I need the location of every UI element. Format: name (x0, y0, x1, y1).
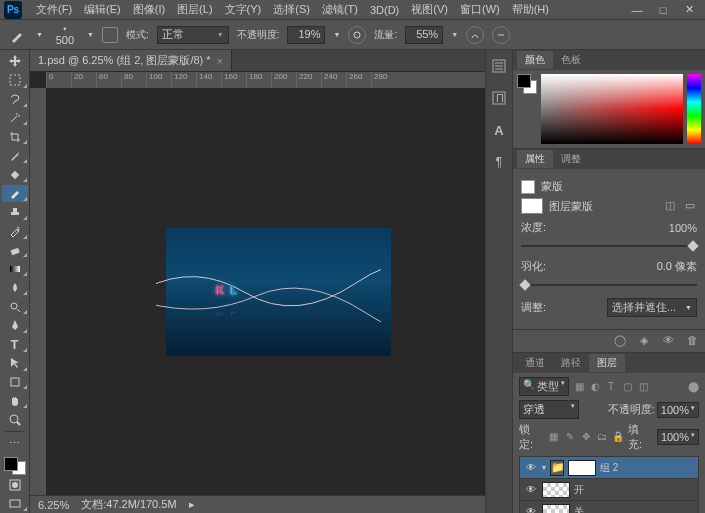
color-spectrum[interactable] (541, 74, 683, 144)
color-swatch[interactable] (4, 457, 26, 476)
menu-file[interactable]: 文件(F) (30, 0, 78, 19)
hue-strip[interactable] (687, 74, 701, 144)
menu-help[interactable]: 帮助(H) (506, 0, 555, 19)
layer-row[interactable]: 👁▾ 📁 组 2 (520, 457, 698, 479)
window-close[interactable]: ✕ (677, 2, 701, 18)
type-tool[interactable]: T (2, 336, 28, 353)
pressure-opacity-icon[interactable] (348, 26, 366, 44)
zoom-level[interactable]: 6.25% (38, 499, 69, 511)
filter-type-icon[interactable]: T (605, 381, 617, 393)
layer-thumb[interactable] (542, 482, 570, 498)
blend-mode-dropdown[interactable]: 穿透▾ (519, 400, 579, 419)
menu-view[interactable]: 视图(V) (405, 0, 454, 19)
layer-fill[interactable]: 100%▾ (657, 429, 699, 445)
screenmode-tool[interactable] (2, 495, 28, 512)
pixel-mask-icon[interactable]: ◫ (663, 199, 677, 213)
layer-row[interactable]: 👁 开 (520, 479, 698, 501)
canvas[interactable]: KL KL (46, 88, 485, 495)
flow-value[interactable]: 55% (405, 26, 443, 44)
chevron-down-icon[interactable]: ▼ (36, 31, 43, 38)
shape-tool[interactable] (2, 374, 28, 391)
layer-row[interactable]: 👁 关 (520, 501, 698, 513)
quickmask-tool[interactable] (2, 476, 28, 493)
wand-tool[interactable] (2, 110, 28, 127)
tab-properties[interactable]: 属性 (517, 150, 553, 168)
tab-paths[interactable]: 路径 (553, 354, 589, 372)
layer-name[interactable]: 开 (574, 483, 584, 497)
lasso-tool[interactable] (2, 91, 28, 108)
eyedropper-tool[interactable] (2, 147, 28, 164)
apply-mask-icon[interactable]: ◈ (637, 334, 651, 348)
window-maximize[interactable]: □ (651, 2, 675, 18)
hand-tool[interactable] (2, 392, 28, 409)
filter-toggle-icon[interactable]: ⬤ (687, 381, 699, 393)
feather-value[interactable]: 0.0 像素 (657, 259, 697, 274)
visibility-icon[interactable]: 👁 (524, 462, 538, 473)
history-brush-tool[interactable] (2, 223, 28, 240)
feather-slider[interactable] (521, 280, 697, 290)
layer-name[interactable]: 关 (574, 505, 584, 514)
chevron-down-icon[interactable]: ▼ (87, 31, 94, 38)
document-tab[interactable]: 1.psd @ 6.25% (组 2, 图层蒙版/8) * × (30, 50, 232, 71)
marquee-tool[interactable] (2, 72, 28, 89)
disable-mask-icon[interactable]: 👁 (661, 334, 675, 348)
tool-preset-icon[interactable] (8, 25, 28, 45)
blur-tool[interactable] (2, 279, 28, 296)
menu-filter[interactable]: 滤镜(T) (316, 0, 364, 19)
edit-toolbar[interactable]: ⋯ (2, 435, 28, 452)
vector-mask-icon[interactable]: ▭ (683, 199, 697, 213)
airbrush-icon[interactable] (466, 26, 484, 44)
tab-channels[interactable]: 通道 (517, 354, 553, 372)
mask-thumb[interactable] (568, 460, 596, 476)
window-minimize[interactable]: — (625, 2, 649, 18)
tab-layers[interactable]: 图层 (589, 354, 625, 372)
move-tool[interactable] (2, 53, 28, 70)
color-swatch-mini[interactable] (517, 74, 537, 94)
density-slider[interactable] (521, 241, 697, 251)
brush-panel-icon[interactable] (102, 27, 118, 43)
mode-dropdown[interactable]: 正常▼ (157, 26, 229, 44)
character-icon[interactable]: П (489, 88, 509, 108)
menu-select[interactable]: 选择(S) (267, 0, 316, 19)
layer-name[interactable]: 组 2 (600, 461, 618, 475)
styles-icon[interactable]: ¶ (489, 152, 509, 172)
filter-shape-icon[interactable]: ▢ (621, 381, 633, 393)
chevron-right-icon[interactable]: ▸ (189, 498, 195, 511)
tab-adjustments[interactable]: 调整 (553, 150, 589, 168)
tab-color[interactable]: 颜色 (517, 51, 553, 69)
chevron-down-icon[interactable]: ▼ (451, 31, 458, 38)
eraser-tool[interactable] (2, 242, 28, 259)
lock-trans-icon[interactable]: ▦ (548, 431, 560, 443)
crop-tool[interactable] (2, 128, 28, 145)
lock-all-icon[interactable]: 🔒 (612, 431, 624, 443)
brush-tool[interactable] (2, 185, 28, 202)
visibility-icon[interactable]: 👁 (524, 506, 538, 513)
trash-icon[interactable]: 🗑 (685, 334, 699, 348)
zoom-tool[interactable] (2, 411, 28, 428)
load-selection-icon[interactable]: ◯ (613, 334, 627, 348)
filter-smart-icon[interactable]: ◫ (637, 381, 649, 393)
density-value[interactable]: 100% (669, 222, 697, 234)
paragraph-icon[interactable]: A (489, 120, 509, 140)
lock-pixel-icon[interactable]: ✎ (564, 431, 576, 443)
menu-layer[interactable]: 图层(L) (171, 0, 218, 19)
select-mask-dropdown[interactable]: 选择并遮住...▼ (607, 298, 697, 317)
menu-edit[interactable]: 编辑(E) (78, 0, 127, 19)
stamp-tool[interactable] (2, 204, 28, 221)
menu-type[interactable]: 文字(Y) (219, 0, 268, 19)
menu-3d[interactable]: 3D(D) (364, 2, 405, 18)
filter-adjust-icon[interactable]: ◐ (589, 381, 601, 393)
tab-swatches[interactable]: 色板 (553, 51, 589, 69)
filter-kind-dropdown[interactable]: 🔍类型▾ (519, 377, 569, 396)
lock-artboard-icon[interactable]: 🗂 (596, 431, 608, 443)
close-icon[interactable]: × (217, 55, 223, 67)
layer-opacity[interactable]: 100%▾ (657, 402, 699, 418)
layer-thumb[interactable] (542, 504, 570, 514)
filter-pixel-icon[interactable]: ▦ (573, 381, 585, 393)
pressure-size-icon[interactable] (492, 26, 510, 44)
heal-tool[interactable] (2, 166, 28, 183)
visibility-icon[interactable]: 👁 (524, 484, 538, 495)
opacity-value[interactable]: 19% (287, 26, 325, 44)
menu-image[interactable]: 图像(I) (127, 0, 171, 19)
pen-tool[interactable] (2, 317, 28, 334)
